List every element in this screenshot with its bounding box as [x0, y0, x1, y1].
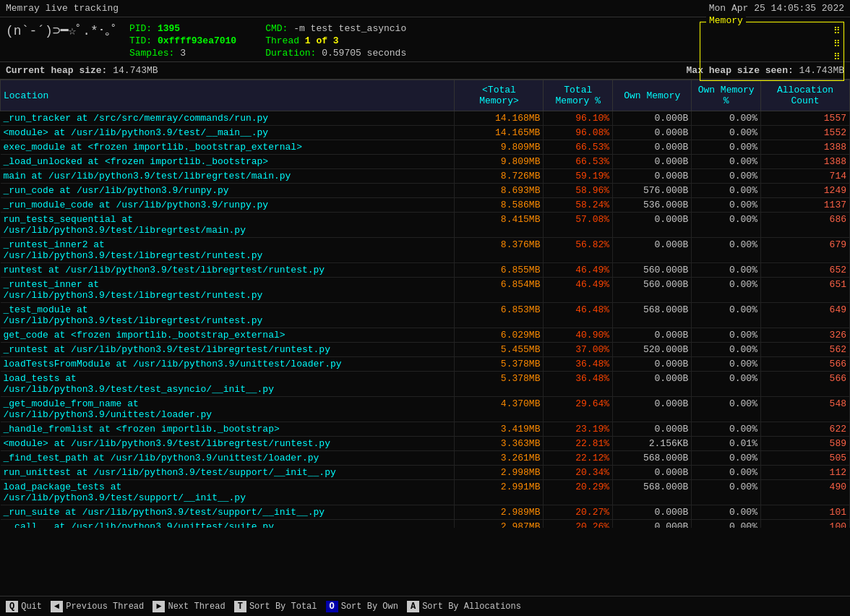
cell-location: <module> at /usr/lib/python3.9/test/__ma… [1, 126, 455, 140]
cell-alloc: 652 [760, 263, 849, 278]
cell-alloc: 679 [760, 238, 849, 263]
quit-label: Quit [21, 602, 42, 612]
main-table: Location <TotalMemory> TotalMemory % Own… [0, 80, 850, 528]
cell-own: 576.000B [613, 184, 692, 198]
cell-total: 9.809MB [455, 155, 544, 169]
cell-location: main at /usr/lib/python3.9/test/libregrt… [1, 169, 455, 184]
table-row: run_unittest at /usr/lib/python3.9/test/… [1, 466, 850, 480]
cell-own-pct: 0.00% [692, 466, 761, 480]
cell-location: _run_tracker at /src/src/memray/commands… [1, 111, 455, 126]
cell-total: 4.370MB [455, 397, 544, 422]
cell-own-pct: 0.00% [692, 169, 761, 184]
cell-total: 8.376MB [455, 238, 544, 263]
cmd-row: CMD: -m test test_asyncio [265, 23, 406, 34]
duration-row: Duration: 0.59705 seconds [265, 48, 406, 59]
cell-alloc: 505 [760, 451, 849, 466]
cell-own-pct: 0.00% [692, 111, 761, 126]
col-total-memory: <TotalMemory> [455, 80, 544, 111]
cell-location: _runtest at /usr/lib/python3.9/test/libr… [1, 343, 455, 357]
cell-own: 0.000B [613, 126, 692, 140]
cell-own-pct: 0.00% [692, 343, 761, 357]
cell-location: <module> at /usr/lib/python3.9/test/libr… [1, 437, 455, 451]
sort-total-key[interactable]: T [234, 601, 246, 612]
table-row: run_tests_sequential at /usr/lib/python3… [1, 213, 850, 238]
sort-alloc-key[interactable]: A [407, 601, 419, 612]
cell-own-pct: 0.00% [692, 213, 761, 238]
quit-key[interactable]: Q [6, 601, 18, 612]
col-own-memory: Own Memory [613, 80, 692, 111]
cell-own: 0.000B [613, 422, 692, 437]
table-row: _find_test_path at /usr/lib/python3.9/un… [1, 451, 850, 466]
samples-row: Samples: 3 [129, 48, 236, 59]
cell-alloc: 1388 [760, 140, 849, 155]
cell-own: 560.000B [613, 278, 692, 303]
current-heap: Current heap size: 14.743MB [6, 65, 158, 76]
cell-location: loadTestsFromModule at /usr/lib/python3.… [1, 357, 455, 372]
cell-own-pct: 0.00% [692, 451, 761, 466]
cell-total: 8.586MB [455, 198, 544, 213]
cell-location: _run_module_code at /usr/lib/python3.9/r… [1, 198, 455, 213]
sort-alloc-label: Sort By Allocations [422, 602, 521, 612]
cell-total-pct: 37.00% [544, 343, 613, 357]
thread-row: Thread 1 of 3 [265, 35, 406, 46]
table-body: _run_tracker at /src/src/memray/commands… [1, 111, 850, 529]
cell-alloc: 490 [760, 480, 849, 505]
cell-own: 568.000B [613, 451, 692, 466]
sort-own-key[interactable]: O [326, 601, 338, 612]
cell-total-pct: 46.49% [544, 278, 613, 303]
cell-own: 0.000B [613, 238, 692, 263]
table-container: Location <TotalMemory> TotalMemory % Own… [0, 80, 850, 528]
table-row: __call__ at /usr/lib/python3.9/unittest/… [1, 520, 850, 529]
cell-location: exec_module at <frozen importlib._bootst… [1, 140, 455, 155]
cell-own-pct: 0.00% [692, 397, 761, 422]
cell-total-pct: 20.27% [544, 505, 613, 520]
cell-own-pct: 0.00% [692, 238, 761, 263]
cell-location: _get_module_from_name at /usr/lib/python… [1, 397, 455, 422]
table-row: load_package_tests at /usr/lib/python3.9… [1, 480, 850, 505]
table-row: runtest at /usr/lib/python3.9/test/libre… [1, 263, 850, 278]
table-row: main at /usr/lib/python3.9/test/libregrt… [1, 169, 850, 184]
datetime: Mon Apr 25 14:05:35 2022 [709, 3, 844, 14]
prev-key[interactable]: ◄ [51, 601, 63, 612]
memory-box: Memory ⠿ ⠿ ⠿ [700, 22, 844, 81]
table-row: get_code at <frozen importlib._bootstrap… [1, 328, 850, 343]
cell-alloc: 622 [760, 422, 849, 437]
table-row: _handle_fromlist at <frozen importlib._b… [1, 422, 850, 437]
cell-own: 568.000B [613, 480, 692, 505]
cell-total-pct: 66.53% [544, 155, 613, 169]
cell-total-pct: 59.19% [544, 169, 613, 184]
cell-total-pct: 46.49% [544, 263, 613, 278]
table-row: _test_module at /usr/lib/python3.9/test/… [1, 303, 850, 328]
cell-location: _runtest_inner2 at /usr/lib/python3.9/te… [1, 238, 455, 263]
cell-location: _load_unlocked at <frozen importlib._boo… [1, 155, 455, 169]
cell-total: 8.693MB [455, 184, 544, 198]
cell-total-pct: 58.24% [544, 198, 613, 213]
table-row: _get_module_from_name at /usr/lib/python… [1, 397, 850, 422]
cell-total: 6.855MB [455, 263, 544, 278]
pid-row: PID: 1395 [129, 23, 236, 34]
table-row: _runtest_inner at /usr/lib/python3.9/tes… [1, 278, 850, 303]
cell-total-pct: 56.82% [544, 238, 613, 263]
cell-total: 6.854MB [455, 278, 544, 303]
cell-total-pct: 23.19% [544, 422, 613, 437]
cell-total: 2.998MB [455, 466, 544, 480]
cell-own-pct: 0.00% [692, 303, 761, 328]
cell-total: 2.989MB [455, 505, 544, 520]
cell-own: 0.000B [613, 111, 692, 126]
cell-alloc: 1249 [760, 184, 849, 198]
cell-location: _find_test_path at /usr/lib/python3.9/un… [1, 451, 455, 466]
memory-box-dots: ⠿ ⠿ ⠿ [833, 25, 841, 63]
footer: Q Quit ◄ Previous Thread ► Next Thread T… [0, 596, 850, 616]
next-key[interactable]: ► [153, 601, 165, 612]
cell-own: 0.000B [613, 372, 692, 397]
cell-total: 5.455MB [455, 343, 544, 357]
table-row: _runtest_inner2 at /usr/lib/python3.9/te… [1, 238, 850, 263]
cell-location: runtest at /usr/lib/python3.9/test/libre… [1, 263, 455, 278]
table-row: <module> at /usr/lib/python3.9/test/__ma… [1, 126, 850, 140]
table-row: _runtest at /usr/lib/python3.9/test/libr… [1, 343, 850, 357]
cell-own: 0.000B [613, 520, 692, 529]
cell-total: 2.987MB [455, 520, 544, 529]
cell-own: 0.000B [613, 155, 692, 169]
next-thread-label: Next Thread [168, 602, 225, 612]
table-row: <module> at /usr/lib/python3.9/test/libr… [1, 437, 850, 451]
